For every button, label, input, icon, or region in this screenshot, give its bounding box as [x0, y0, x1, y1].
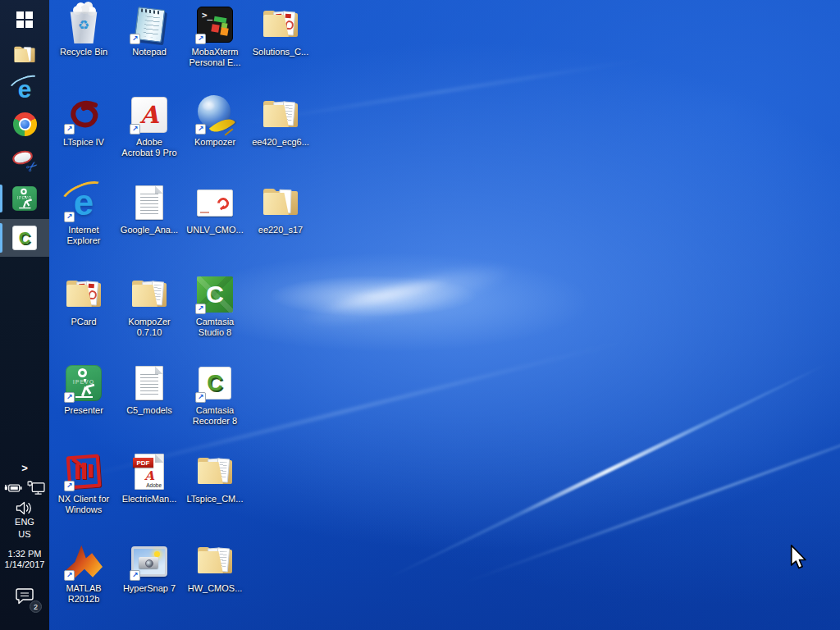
shortcut-arrow-icon: ↗ [64, 481, 75, 491]
desktop-icon-ee220-folder[interactable]: ee220_s17 [246, 183, 315, 235]
tray-status-icons[interactable] [0, 479, 49, 497]
desktop-icon-pcard-folder[interactable]: PCard [49, 275, 118, 327]
icon-label: MATLAB R2012b [66, 583, 101, 605]
desktop-icon-matlab[interactable]: ↗ MATLAB R2012b [49, 541, 118, 605]
internet-explorer-icon: e [11, 75, 39, 103]
shortcut-arrow-icon: ↗ [130, 124, 140, 135]
desktop-icon-hw-cmos-folder[interactable]: HW_CMOS... [180, 541, 249, 594]
desktop-icon-ee420-folder[interactable]: ee420_ecg6... [246, 95, 315, 148]
nx-client-icon: ↗ [64, 452, 103, 491]
shortcut-arrow-icon: ↗ [195, 392, 206, 403]
icon-label: HyperSnap 7 [123, 583, 176, 594]
desktop-icon-camtasia-studio[interactable]: C ↗ Camtasia Studio 8 [180, 275, 249, 338]
language-line2: US [18, 528, 30, 541]
desktop-icon-kompozer[interactable]: ↗ Kompozer [180, 95, 249, 148]
icon-label: Google_Ana... [121, 225, 178, 235]
icon-label: Notepad [132, 47, 167, 57]
desktop-icon-kompozer-folder[interactable]: KompoZer 0.7.10 [115, 275, 184, 338]
shortcut-arrow-icon: ↗ [130, 570, 140, 581]
icon-label: Recycle Bin [60, 47, 107, 57]
language-indicator[interactable]: ENG US [0, 515, 49, 541]
running-indicator [0, 223, 2, 253]
icon-label: LTspice IV [63, 137, 104, 148]
desktop-icon-nx-client[interactable]: ↗ NX Client for Windows [49, 452, 118, 515]
recycle-bin-icon: ♻ [64, 5, 103, 44]
folder-icon [261, 183, 300, 222]
internet-explorer-button[interactable]: e [0, 72, 49, 107]
network-icon [27, 481, 46, 495]
icon-label: Internet Explorer [67, 225, 101, 246]
document-icon [130, 183, 169, 222]
ltspice-icon: ↗ [64, 95, 103, 135]
wallpaper-streak [459, 398, 840, 586]
icon-label: PCard [71, 317, 96, 327]
shortcut-arrow-icon: ↗ [64, 392, 75, 403]
desktop-icon-acrobat[interactable]: A ↗ Adobe Acrobat 9 Pro [115, 95, 184, 158]
icon-label: Kompozer [194, 137, 235, 148]
camtasia-icon: C [12, 226, 37, 250]
icon-label: ee220_s17 [258, 225, 303, 235]
camtasia-button[interactable]: C [0, 219, 49, 257]
desktop-icon-google-ana-doc[interactable]: Google_Ana... [115, 183, 184, 235]
action-center-button[interactable]: 2 [0, 584, 49, 609]
icon-label: HW_CMOS... [188, 583, 243, 594]
file-explorer-button[interactable] [0, 38, 49, 72]
desktop-icon-notepad[interactable]: ↗ Notepad [115, 5, 184, 57]
desktop-icon-recycle-bin[interactable]: ♻ Recycle Bin [49, 5, 118, 57]
clock-date: 1/14/2017 [5, 559, 45, 571]
shortcut-arrow-icon: ↗ [195, 124, 206, 135]
camtasia-studio-icon: C ↗ [195, 275, 235, 314]
ipevo-presenter-button[interactable]: IPEVO [0, 180, 49, 217]
start-button[interactable] [0, 3, 49, 36]
volume-button[interactable] [0, 500, 49, 516]
shortcut-arrow-icon: ↗ [195, 304, 206, 314]
internet-explorer-icon: e ↗ [64, 183, 103, 222]
notepad-icon: ↗ [130, 5, 169, 44]
icon-label: NX Client for Windows [58, 494, 109, 515]
desktop-icon-unlv-cmo[interactable]: UNLV_CMO... [180, 183, 249, 235]
icon-label: KompoZer 0.7.10 [128, 317, 170, 338]
desktop-icon-c5-models-doc[interactable]: C5_models [115, 363, 184, 416]
snipping-tool-button[interactable]: ✂ [0, 144, 49, 178]
shortcut-arrow-icon: ↗ [64, 124, 75, 135]
clock[interactable]: 1:32 PM 1/14/2017 [0, 548, 49, 571]
icon-label: Camtasia Recorder 8 [193, 405, 237, 427]
icon-label: UNLV_CMO... [186, 225, 243, 235]
battery-charging-icon [4, 482, 23, 494]
desktop-icon-ltspice-cm-folder[interactable]: LTspice_CM... [180, 452, 249, 504]
desktop-icon-internet-explorer[interactable]: e ↗ Internet Explorer [49, 183, 118, 246]
running-indicator [0, 185, 2, 212]
shortcut-arrow-icon: ↗ [195, 34, 206, 44]
mobaxterm-icon: >_ ↗ [195, 5, 235, 44]
desktop-icon-hypersnap[interactable]: ↗ HyperSnap 7 [115, 541, 184, 594]
desktop-icon-solutions-folder[interactable]: Solutions_C... [246, 5, 315, 57]
chrome-button[interactable] [0, 107, 49, 141]
desktop-icon-presenter[interactable]: IPEVO ↗ Presenter [49, 363, 118, 416]
notification-badge: 2 [30, 600, 42, 613]
snipping-tool-icon: ✂ [12, 148, 37, 173]
folder-doc-icon [195, 452, 235, 491]
document-icon [130, 363, 169, 403]
shortcut-arrow-icon: ↗ [64, 212, 75, 222]
desktop-icon-camtasia-recorder[interactable]: C ↗ Camtasia Recorder 8 [180, 363, 249, 427]
tray-overflow-button[interactable]: > [0, 459, 49, 476]
folder-doc-icon [261, 95, 300, 135]
folder-doc-icon [130, 275, 169, 314]
shortcut-arrow-icon: ↗ [130, 34, 140, 44]
camrec-file-icon [195, 183, 235, 222]
desktop-icon-electricman-pdf[interactable]: PDFAAdobe ElectricMan... [115, 452, 184, 504]
speaker-icon [16, 501, 34, 515]
icon-label: ElectricMan... [122, 494, 177, 504]
icon-label: MobaXterm Personal E... [189, 47, 241, 68]
taskbar: e ✂ IPEVO C > [0, 0, 49, 630]
desktop-icon-mobaxterm[interactable]: >_ ↗ MobaXterm Personal E... [180, 5, 249, 68]
ipevo-presenter-icon: IPEVO ↗ [64, 363, 103, 403]
icon-label: Solutions_C... [253, 47, 308, 57]
pdf-file-icon: PDFAAdobe [130, 452, 169, 491]
icon-label: LTspice_CM... [187, 494, 244, 504]
wallpaper-streak [385, 362, 829, 582]
icon-label: Adobe Acrobat 9 Pro [121, 137, 176, 158]
chevron-right-icon: > [21, 462, 28, 474]
desktop-icon-ltspice[interactable]: ↗ LTspice IV [49, 95, 118, 148]
chrome-icon [13, 112, 37, 136]
